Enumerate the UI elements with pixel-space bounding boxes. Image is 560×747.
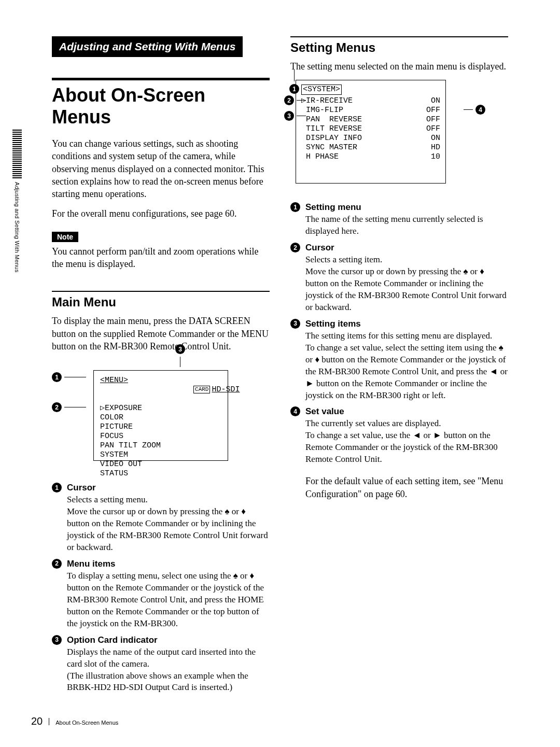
section-label: Adjusting and Setting With Menus	[52, 36, 243, 57]
item-badge-2: 2	[52, 559, 62, 569]
setting-row: IMG-FLIPOFF	[301, 106, 440, 115]
menu-item: COLOR	[100, 413, 223, 422]
item-3: 3 Setting items The setting items for th…	[290, 319, 508, 402]
setting-menu-screen: <SYSTEM> ▷IR-RECEIVEON IMG-FLIPOFF PAN R…	[296, 80, 446, 184]
item-1: 1 Setting menu The name of the setting m…	[290, 202, 508, 237]
item-title: Cursor	[67, 483, 270, 493]
item-title: Set value	[305, 406, 508, 417]
page-footer: 20 About On-Screen Menus	[31, 715, 118, 727]
item-title: Cursor	[305, 243, 508, 253]
footer-divider-icon	[49, 718, 49, 725]
side-tab: Adjusting and Setting With Menus	[9, 130, 25, 273]
setting-row: ▷IR-RECEIVEON	[301, 96, 440, 106]
config-ref-text: For the overall menu configurations, see…	[52, 207, 270, 220]
main-menu-illustration: 3 <MENU> CARDHD-SDI ▷EXPOSURE COLOR PICT…	[83, 360, 239, 475]
menu-title: <MENU>	[100, 376, 128, 404]
card-value: HD-SDI	[212, 385, 240, 394]
callout-badge-3: 3	[284, 111, 294, 121]
main-menu-screen: <MENU> CARDHD-SDI ▷EXPOSURE COLOR PICTUR…	[93, 370, 228, 461]
page-number: 20	[31, 715, 43, 727]
item-title: Menu items	[67, 559, 270, 569]
callout-3: 3	[175, 344, 185, 367]
menu-item: VIDEO OUT	[100, 460, 223, 469]
h1-rule	[52, 78, 270, 80]
menu-item: STATUS	[100, 469, 223, 478]
callout-badge-3: 3	[175, 344, 185, 354]
default-ref-text: For the default value of each setting it…	[305, 475, 508, 500]
item-badge-2: 2	[290, 243, 300, 252]
main-menu-heading: Main Menu	[52, 295, 270, 309]
menu-item: ▷EXPOSURE	[100, 404, 223, 413]
item-badge-3: 3	[52, 635, 62, 645]
item-badge-1: 1	[290, 202, 300, 212]
callout-badge-2: 2	[52, 402, 62, 412]
setting-intro: The setting menu selected on the main me…	[290, 60, 508, 73]
item-body: To display a setting menu, select one us…	[67, 570, 270, 630]
left-column: Adjusting and Setting With Menus About O…	[52, 36, 270, 696]
card-indicator: CARDHD-SDI	[128, 376, 240, 404]
tab-marker-icon	[12, 130, 22, 179]
item-3: 3 Option Card indicator Displays the nam…	[52, 635, 270, 694]
tab-text: Adjusting and Setting With Menus	[14, 182, 20, 273]
callout-4: 4	[464, 105, 485, 115]
callout-2: 2	[52, 402, 86, 412]
setting-row: PAN REVERSEOFF	[301, 115, 440, 124]
main-menu-items-list: 1 Cursor Selects a setting menu. Move th…	[52, 477, 270, 696]
setting-row: TILT REVERSEOFF	[301, 124, 440, 134]
item-4: 4 Set value The currently set values are…	[290, 406, 508, 466]
item-2: 2 Menu items To display a setting menu, …	[52, 559, 270, 630]
item-body: Selects a setting item. Move the cursor …	[305, 254, 508, 314]
main-menu-intro: To display the main menu, press the DATA…	[52, 315, 270, 353]
item-title: Setting items	[305, 319, 508, 329]
menu-item: SYSTEM	[100, 450, 223, 460]
callout-badge-2: 2	[284, 95, 294, 105]
item-badge-1: 1	[52, 483, 62, 492]
menu-title: <SYSTEM>	[301, 84, 342, 95]
item-body: The currently set values are displayed. …	[305, 418, 508, 466]
item-badge-3: 3	[290, 319, 300, 329]
setting-row: DISPLAY INFOON	[301, 134, 440, 143]
menu-item: FOCUS	[100, 432, 223, 441]
menu-item: PICTURE	[100, 422, 223, 432]
h2-rule	[52, 291, 270, 292]
h2-rule	[290, 36, 508, 37]
callout-badge-1: 1	[52, 372, 62, 382]
right-column: Setting Menus The setting menu selected …	[290, 36, 508, 696]
item-body: Selects a setting menu. Move the cursor …	[67, 494, 270, 554]
setting-row: H PHASE10	[301, 152, 440, 162]
item-title: Setting menu	[305, 202, 508, 213]
intro-text: You can change various settings, such as…	[52, 137, 270, 200]
item-body: The name of the setting menu currently s…	[305, 214, 508, 237]
page: Adjusting and Setting With Menus Adjusti…	[0, 0, 560, 747]
callout-1: 1	[52, 372, 86, 382]
item-body: The setting items for this setting menu …	[305, 330, 508, 402]
setting-row: SYNC MASTERHD	[301, 143, 440, 152]
item-badge-4: 4	[290, 406, 300, 416]
menu-item: PAN TILT ZOOM	[100, 441, 223, 450]
setting-items-list: 1 Setting menu The name of the setting m…	[290, 197, 508, 468]
note-text: You cannot perform pan/tilt and zoom ope…	[52, 245, 270, 271]
item-body: Displays the name of the output card ins…	[67, 646, 270, 694]
item-title: Option Card indicator	[67, 635, 270, 645]
item-2: 2 Cursor Selects a setting item. Move th…	[290, 243, 508, 314]
note-label: Note	[52, 232, 78, 242]
setting-menus-heading: Setting Menus	[290, 40, 508, 55]
item-1: 1 Cursor Selects a setting menu. Move th…	[52, 483, 270, 554]
callout-badge-4: 4	[475, 105, 485, 115]
card-label: CARD	[193, 386, 210, 393]
page-label: About On-Screen Menus	[55, 720, 118, 726]
setting-menu-illustration: 1 2 3 4 <SYSTEM> ▷IR-RECEIVEON	[296, 80, 467, 184]
page-title: About On-Screen Menus	[52, 84, 270, 128]
